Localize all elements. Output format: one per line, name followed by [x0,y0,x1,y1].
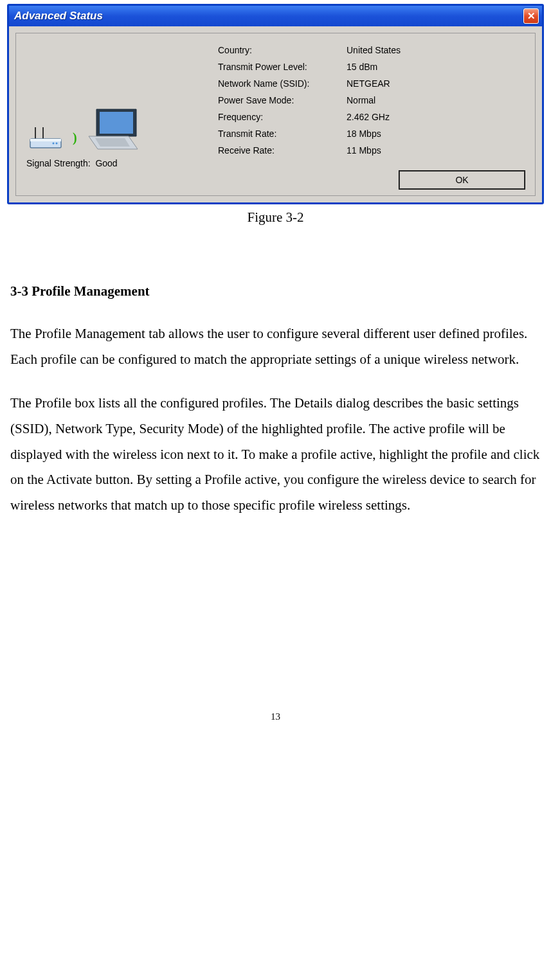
detail-label: Receive Rate: [218,145,347,156]
advanced-status-dialog: Advanced Status ✕ [7,4,544,204]
svg-point-4 [56,143,58,145]
detail-row: Power Save Mode:Normal [218,95,526,105]
detail-value: Normal [347,95,375,105]
detail-label: Country: [218,45,347,55]
detail-value: 18 Mbps [347,129,381,139]
detail-value: NETGEAR [347,78,390,89]
detail-value: 2.462 GHz [347,112,390,122]
detail-row: Receive Rate:11 Mbps [218,145,526,156]
detail-label: Frequency: [218,112,347,122]
svg-point-5 [53,143,55,145]
figure-caption: Figure 3-2 [6,209,545,226]
dialog-title: Advanced Status [14,10,103,22]
dialog-body: ) Signal Strength: Good [9,26,542,202]
signal-strength-label: Signal Strength: Good [25,158,205,168]
detail-label: Transmit Rate: [218,129,347,139]
ok-button[interactable]: OK [399,171,525,189]
detail-row: Network Name (SSID):NETGEAR [218,78,526,89]
svg-marker-7 [100,112,133,134]
illustration-column: ) Signal Strength: Good [25,42,205,168]
signal-arcs-icon: ) [73,131,77,144]
detail-value: 11 Mbps [347,145,381,156]
detail-value: 15 dBm [347,62,377,72]
close-icon: ✕ [527,10,536,22]
body-paragraph: The Profile box lists all the configured… [10,391,541,519]
svg-rect-3 [30,139,61,141]
section-heading: 3-3 Profile Management [10,283,545,299]
inner-panel: ) Signal Strength: Good [15,33,536,196]
wireless-illustration: ) [25,107,205,152]
detail-value: United States [347,45,401,55]
detail-label: Network Name (SSID): [218,78,347,89]
detail-row: Transmit Rate:18 Mbps [218,129,526,139]
svg-marker-9 [95,138,130,147]
detail-row: Frequency:2.462 GHz [218,112,526,122]
button-row: OK [25,171,526,190]
router-icon [28,125,66,152]
page-number: 13 [6,711,545,722]
body-paragraph: The Profile Management tab allows the us… [10,321,541,373]
close-button[interactable]: ✕ [523,8,539,24]
laptop-icon [84,107,141,152]
detail-row: Country:United States [218,45,526,55]
details-column: Country:United States Transmit Power Lev… [218,42,526,162]
dialog-titlebar: Advanced Status ✕ [9,6,542,26]
detail-row: Transmit Power Level:15 dBm [218,62,526,72]
detail-label: Power Save Mode: [218,95,347,105]
detail-label: Transmit Power Level: [218,62,347,72]
